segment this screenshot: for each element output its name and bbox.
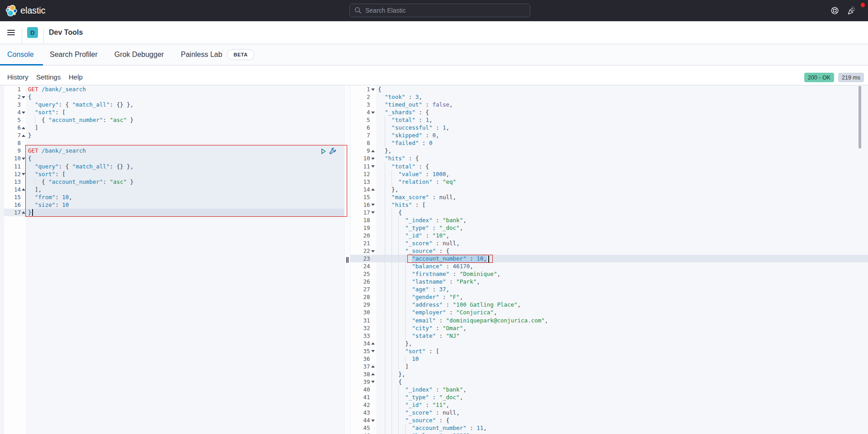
fold-arrow-down-icon[interactable]: [371, 158, 375, 160]
code-line[interactable]: "_shards" : {: [378, 108, 429, 116]
code-line[interactable]: 10: [378, 355, 419, 363]
code-line[interactable]: "lastname" : "Park",: [378, 278, 480, 285]
menu-button[interactable]: [7, 30, 15, 36]
code-line[interactable]: "firstname" : "Dominique",: [378, 270, 500, 278]
history-button[interactable]: History: [7, 68, 28, 85]
panel-resizer[interactable]: [344, 85, 350, 434]
fold-arrow-up-icon[interactable]: [22, 211, 25, 214]
code-line[interactable]: "account_number" : 10,: [378, 255, 487, 262]
tab-grok-debugger[interactable]: Grok Debugger: [107, 43, 171, 65]
code-line[interactable]: "hits" : {: [378, 154, 419, 162]
code-line[interactable]: {: [28, 93, 32, 101]
code-line[interactable]: {: [378, 85, 382, 93]
code-line[interactable]: "value" : 1000,: [378, 170, 449, 178]
settings-button[interactable]: Settings: [36, 68, 61, 85]
code-line[interactable]: "took" : 3,: [378, 93, 422, 101]
code-line[interactable]: "_type" : "_doc",: [378, 393, 463, 401]
code-line[interactable]: ]: [28, 124, 38, 131]
code-line[interactable]: GET /bank/_search: [28, 147, 86, 154]
code-line[interactable]: "_source" : {: [378, 416, 449, 424]
code-line[interactable]: "sort": [: [28, 170, 66, 178]
search-input[interactable]: Search Elastic: [349, 4, 530, 17]
code-line[interactable]: "_type" : "_doc",: [378, 224, 463, 232]
newsfeed-icon[interactable]: [847, 5, 857, 15]
send-request-button[interactable]: [321, 148, 326, 154]
code-line[interactable]: },: [378, 186, 398, 193]
fold-arrow-down-icon[interactable]: [371, 89, 375, 91]
fold-arrow-down-icon[interactable]: [22, 173, 25, 175]
wrench-icon[interactable]: [329, 147, 337, 155]
tab-painless-lab[interactable]: Painless Lab BETA: [174, 43, 262, 65]
code-line[interactable]: },: [378, 370, 405, 378]
tab-console[interactable]: Console: [0, 43, 41, 65]
code-line[interactable]: "_score" : null,: [378, 409, 460, 416]
code-line[interactable]: "size": 10: [28, 201, 69, 209]
code-line[interactable]: "employer" : "Conjurica",: [378, 308, 497, 316]
elastic-logo[interactable]: elastic: [6, 5, 45, 16]
request-editor[interactable]: GET /bank/_search{ "query": { "match_all…: [0, 85, 344, 434]
code-line[interactable]: "total" : 1,: [378, 116, 432, 124]
code-line[interactable]: "balance" : 20203,: [378, 432, 473, 434]
code-line[interactable]: }: [28, 209, 32, 216]
code-line[interactable]: {: [378, 209, 402, 216]
code-line[interactable]: "sort" : [: [378, 347, 439, 355]
code-line[interactable]: "state" : "NJ": [378, 332, 460, 340]
fold-arrow-up-icon[interactable]: [22, 127, 25, 129]
tab-search-profiler[interactable]: Search Profiler: [42, 43, 105, 65]
code-line[interactable]: "account_number" : 11,: [378, 424, 487, 432]
code-line[interactable]: "successful" : 1,: [378, 124, 449, 131]
fold-arrow-down-icon[interactable]: [371, 204, 375, 206]
response-editor[interactable]: { "took" : 3, "timed_out" : false, "_sha…: [350, 85, 868, 434]
fold-arrow-down-icon[interactable]: [371, 112, 375, 114]
code-line[interactable]: "_source" : {: [378, 247, 449, 255]
fold-arrow-up-icon[interactable]: [22, 135, 25, 137]
code-line[interactable]: "_index" : "bank",: [378, 216, 467, 224]
code-line[interactable]: "address" : "100 Gatling Place",: [378, 301, 521, 308]
code-line[interactable]: "city" : "Omar",: [378, 324, 467, 332]
code-line[interactable]: {: [28, 154, 32, 162]
code-line[interactable]: "query": { "match_all": {} },: [28, 163, 133, 170]
code-line[interactable]: "from": 10,: [28, 193, 72, 201]
code-line[interactable]: "gender" : "F",: [378, 293, 463, 301]
code-line[interactable]: { "account_number": "asc" }: [28, 178, 133, 186]
fold-arrow-up-icon[interactable]: [371, 365, 375, 368]
fold-arrow-up-icon[interactable]: [371, 342, 375, 345]
code-line[interactable]: "_id" : "10",: [378, 232, 449, 239]
code-line[interactable]: "query": { "match_all": {} },: [28, 101, 133, 108]
code-line[interactable]: },: [378, 340, 412, 347]
code-line[interactable]: "email" : "dominiquepark@conjurica.com",: [378, 317, 548, 324]
fold-arrow-up-icon[interactable]: [371, 150, 375, 152]
code-line[interactable]: "total" : {: [378, 163, 429, 170]
fold-arrow-down-icon[interactable]: [371, 211, 375, 214]
scrollbar-thumb[interactable]: [859, 86, 861, 149]
fold-arrow-down-icon[interactable]: [371, 381, 375, 383]
code-line[interactable]: GET /bank/_search: [28, 85, 86, 93]
code-line[interactable]: "age" : 37,: [378, 285, 449, 293]
code-line[interactable]: "_score" : null,: [378, 239, 460, 247]
help-button[interactable]: Help: [69, 68, 83, 85]
code-line[interactable]: "skipped" : 0,: [378, 131, 439, 139]
code-line[interactable]: "_id" : "11",: [378, 401, 449, 409]
fold-arrow-up-icon[interactable]: [371, 373, 375, 375]
code-line[interactable]: {: [378, 378, 402, 386]
fold-arrow-down-icon[interactable]: [371, 420, 375, 422]
code-line[interactable]: }: [28, 131, 32, 139]
fold-arrow-down-icon[interactable]: [22, 158, 25, 160]
fold-arrow-up-icon[interactable]: [22, 188, 25, 191]
code-line[interactable]: "relation" : "eq": [378, 178, 456, 186]
code-line[interactable]: "timed_out" : false,: [378, 101, 453, 108]
code-line[interactable]: "sort": [: [28, 108, 66, 116]
code-line[interactable]: ]: [378, 363, 409, 370]
code-line[interactable]: "max_score" : null,: [378, 193, 456, 201]
code-line[interactable]: "hits" : [: [378, 201, 425, 209]
fold-arrow-down-icon[interactable]: [371, 165, 375, 168]
code-line[interactable]: { "account_number": "asc" }: [28, 116, 133, 124]
code-line[interactable]: },: [378, 147, 392, 154]
code-line[interactable]: "_index" : "bank",: [378, 386, 467, 393]
code-line[interactable]: "balance" : 46170,: [378, 262, 473, 270]
fold-arrow-down-icon[interactable]: [371, 250, 375, 252]
code-line[interactable]: "failed" : 0: [378, 139, 432, 147]
fold-arrow-down-icon[interactable]: [22, 112, 25, 114]
code-line[interactable]: ],: [28, 186, 42, 193]
fold-arrow-up-icon[interactable]: [371, 188, 375, 191]
